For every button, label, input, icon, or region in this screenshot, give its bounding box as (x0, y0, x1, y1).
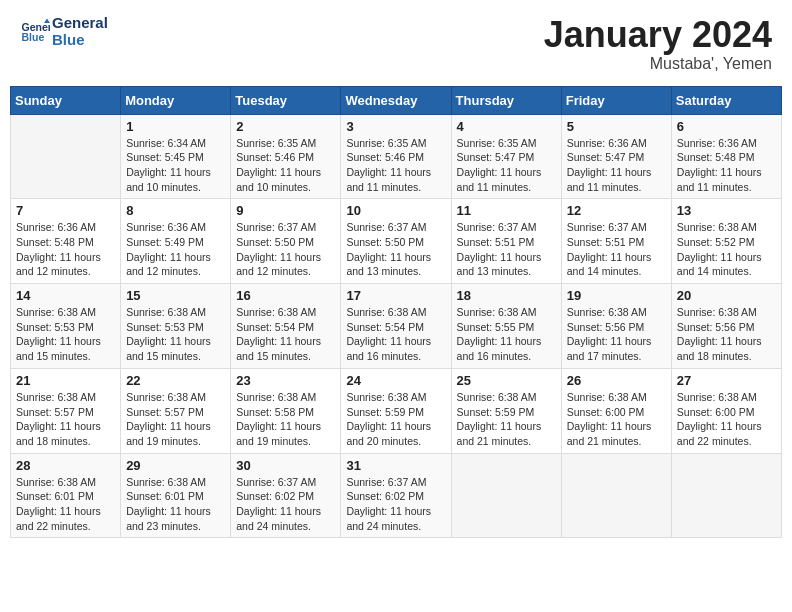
calendar-cell: 29Sunrise: 6:38 AM Sunset: 6:01 PM Dayli… (121, 453, 231, 538)
calendar-header: SundayMondayTuesdayWednesdayThursdayFrid… (11, 86, 782, 114)
calendar-cell: 25Sunrise: 6:38 AM Sunset: 5:59 PM Dayli… (451, 368, 561, 453)
day-number: 20 (677, 288, 776, 303)
day-number: 25 (457, 373, 556, 388)
day-info: Sunrise: 6:38 AM Sunset: 5:56 PM Dayligh… (677, 305, 776, 364)
logo-line2: Blue (52, 32, 108, 49)
day-number: 12 (567, 203, 666, 218)
logo-icon: General Blue (20, 17, 50, 47)
calendar-cell: 1Sunrise: 6:34 AM Sunset: 5:45 PM Daylig… (121, 114, 231, 199)
page-header: General Blue General Blue January 2024 M… (10, 10, 782, 78)
day-number: 4 (457, 119, 556, 134)
day-number: 19 (567, 288, 666, 303)
day-info: Sunrise: 6:38 AM Sunset: 5:57 PM Dayligh… (16, 390, 115, 449)
day-number: 14 (16, 288, 115, 303)
weekday-header-thursday: Thursday (451, 86, 561, 114)
week-row-4: 21Sunrise: 6:38 AM Sunset: 5:57 PM Dayli… (11, 368, 782, 453)
weekday-header-monday: Monday (121, 86, 231, 114)
day-info: Sunrise: 6:38 AM Sunset: 5:57 PM Dayligh… (126, 390, 225, 449)
calendar-cell: 15Sunrise: 6:38 AM Sunset: 5:53 PM Dayli… (121, 284, 231, 369)
day-info: Sunrise: 6:38 AM Sunset: 6:00 PM Dayligh… (677, 390, 776, 449)
day-info: Sunrise: 6:38 AM Sunset: 5:58 PM Dayligh… (236, 390, 335, 449)
calendar-cell (561, 453, 671, 538)
day-info: Sunrise: 6:38 AM Sunset: 6:01 PM Dayligh… (16, 475, 115, 534)
weekday-header-tuesday: Tuesday (231, 86, 341, 114)
calendar-cell: 23Sunrise: 6:38 AM Sunset: 5:58 PM Dayli… (231, 368, 341, 453)
calendar-cell: 22Sunrise: 6:38 AM Sunset: 5:57 PM Dayli… (121, 368, 231, 453)
day-number: 9 (236, 203, 335, 218)
week-row-3: 14Sunrise: 6:38 AM Sunset: 5:53 PM Dayli… (11, 284, 782, 369)
calendar-cell: 5Sunrise: 6:36 AM Sunset: 5:47 PM Daylig… (561, 114, 671, 199)
day-info: Sunrise: 6:38 AM Sunset: 5:59 PM Dayligh… (457, 390, 556, 449)
logo: General Blue General Blue (20, 15, 108, 48)
day-info: Sunrise: 6:35 AM Sunset: 5:46 PM Dayligh… (236, 136, 335, 195)
day-info: Sunrise: 6:37 AM Sunset: 5:51 PM Dayligh… (457, 220, 556, 279)
weekday-header-friday: Friday (561, 86, 671, 114)
logo-line1: General (52, 15, 108, 32)
day-number: 17 (346, 288, 445, 303)
day-number: 29 (126, 458, 225, 473)
calendar-cell: 4Sunrise: 6:35 AM Sunset: 5:47 PM Daylig… (451, 114, 561, 199)
weekday-header-sunday: Sunday (11, 86, 121, 114)
calendar-cell: 19Sunrise: 6:38 AM Sunset: 5:56 PM Dayli… (561, 284, 671, 369)
day-number: 24 (346, 373, 445, 388)
day-number: 10 (346, 203, 445, 218)
day-number: 5 (567, 119, 666, 134)
day-number: 2 (236, 119, 335, 134)
day-number: 3 (346, 119, 445, 134)
title-block: January 2024 Mustaba', Yemen (544, 15, 772, 73)
weekday-header-wednesday: Wednesday (341, 86, 451, 114)
day-number: 22 (126, 373, 225, 388)
day-number: 16 (236, 288, 335, 303)
day-number: 21 (16, 373, 115, 388)
day-info: Sunrise: 6:37 AM Sunset: 5:50 PM Dayligh… (346, 220, 445, 279)
calendar-cell: 8Sunrise: 6:36 AM Sunset: 5:49 PM Daylig… (121, 199, 231, 284)
week-row-5: 28Sunrise: 6:38 AM Sunset: 6:01 PM Dayli… (11, 453, 782, 538)
calendar-cell: 7Sunrise: 6:36 AM Sunset: 5:48 PM Daylig… (11, 199, 121, 284)
day-info: Sunrise: 6:34 AM Sunset: 5:45 PM Dayligh… (126, 136, 225, 195)
calendar-cell: 13Sunrise: 6:38 AM Sunset: 5:52 PM Dayli… (671, 199, 781, 284)
calendar-cell: 2Sunrise: 6:35 AM Sunset: 5:46 PM Daylig… (231, 114, 341, 199)
day-info: Sunrise: 6:36 AM Sunset: 5:48 PM Dayligh… (677, 136, 776, 195)
day-info: Sunrise: 6:36 AM Sunset: 5:49 PM Dayligh… (126, 220, 225, 279)
day-info: Sunrise: 6:38 AM Sunset: 5:53 PM Dayligh… (16, 305, 115, 364)
day-info: Sunrise: 6:37 AM Sunset: 6:02 PM Dayligh… (236, 475, 335, 534)
day-number: 13 (677, 203, 776, 218)
day-info: Sunrise: 6:35 AM Sunset: 5:47 PM Dayligh… (457, 136, 556, 195)
day-info: Sunrise: 6:37 AM Sunset: 5:51 PM Dayligh… (567, 220, 666, 279)
week-row-1: 1Sunrise: 6:34 AM Sunset: 5:45 PM Daylig… (11, 114, 782, 199)
month-title: January 2024 (544, 15, 772, 55)
day-number: 28 (16, 458, 115, 473)
day-info: Sunrise: 6:35 AM Sunset: 5:46 PM Dayligh… (346, 136, 445, 195)
day-number: 15 (126, 288, 225, 303)
day-info: Sunrise: 6:37 AM Sunset: 5:50 PM Dayligh… (236, 220, 335, 279)
day-info: Sunrise: 6:38 AM Sunset: 6:00 PM Dayligh… (567, 390, 666, 449)
svg-text:Blue: Blue (22, 31, 45, 43)
day-number: 27 (677, 373, 776, 388)
day-number: 26 (567, 373, 666, 388)
day-info: Sunrise: 6:38 AM Sunset: 5:55 PM Dayligh… (457, 305, 556, 364)
day-number: 7 (16, 203, 115, 218)
calendar-cell: 6Sunrise: 6:36 AM Sunset: 5:48 PM Daylig… (671, 114, 781, 199)
calendar-table: SundayMondayTuesdayWednesdayThursdayFrid… (10, 86, 782, 539)
calendar-cell (11, 114, 121, 199)
week-row-2: 7Sunrise: 6:36 AM Sunset: 5:48 PM Daylig… (11, 199, 782, 284)
calendar-cell: 3Sunrise: 6:35 AM Sunset: 5:46 PM Daylig… (341, 114, 451, 199)
day-number: 6 (677, 119, 776, 134)
weekday-header-row: SundayMondayTuesdayWednesdayThursdayFrid… (11, 86, 782, 114)
day-number: 30 (236, 458, 335, 473)
calendar-cell (451, 453, 561, 538)
calendar-cell: 12Sunrise: 6:37 AM Sunset: 5:51 PM Dayli… (561, 199, 671, 284)
calendar-cell: 17Sunrise: 6:38 AM Sunset: 5:54 PM Dayli… (341, 284, 451, 369)
calendar-cell: 9Sunrise: 6:37 AM Sunset: 5:50 PM Daylig… (231, 199, 341, 284)
calendar-cell: 31Sunrise: 6:37 AM Sunset: 6:02 PM Dayli… (341, 453, 451, 538)
calendar-cell: 11Sunrise: 6:37 AM Sunset: 5:51 PM Dayli… (451, 199, 561, 284)
calendar-cell (671, 453, 781, 538)
day-number: 23 (236, 373, 335, 388)
day-number: 18 (457, 288, 556, 303)
calendar-cell: 20Sunrise: 6:38 AM Sunset: 5:56 PM Dayli… (671, 284, 781, 369)
day-number: 11 (457, 203, 556, 218)
day-number: 31 (346, 458, 445, 473)
day-info: Sunrise: 6:38 AM Sunset: 5:52 PM Dayligh… (677, 220, 776, 279)
day-info: Sunrise: 6:36 AM Sunset: 5:48 PM Dayligh… (16, 220, 115, 279)
calendar-cell: 16Sunrise: 6:38 AM Sunset: 5:54 PM Dayli… (231, 284, 341, 369)
